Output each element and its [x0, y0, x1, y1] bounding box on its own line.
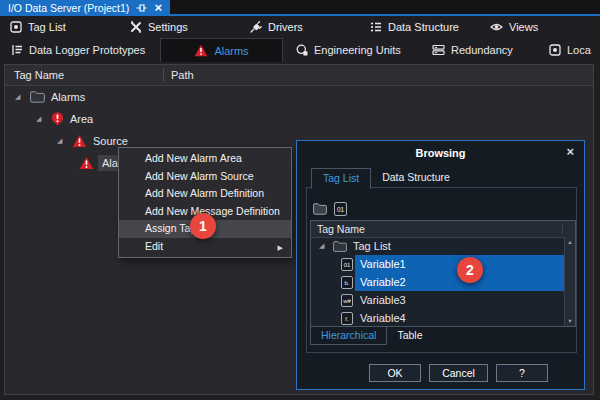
- plug-icon: [250, 21, 262, 33]
- tab-redundancy[interactable]: Redundancy: [425, 38, 540, 62]
- dialog-title: Browsing: [297, 147, 584, 159]
- dialog-tab-data-structure[interactable]: Data Structure: [371, 168, 461, 187]
- expander-icon[interactable]: ◢: [36, 115, 50, 123]
- cancel-button[interactable]: Cancel: [429, 364, 488, 382]
- tab-label: Settings: [148, 21, 188, 33]
- tab-label: Redundancy: [451, 44, 513, 56]
- submenu-arrow-icon: ▶: [278, 239, 283, 257]
- tree-node-label: Source: [93, 135, 128, 147]
- tree-row-alarms[interactable]: ◢ Alarms: [5, 86, 593, 108]
- list-row-variable1[interactable]: 01 Variable1: [311, 255, 564, 273]
- gauge-icon: [296, 44, 308, 56]
- sub-tab-strip: Data Logger Prototypes Alarms Engineerin…: [0, 38, 600, 62]
- expander-icon[interactable]: ◢: [57, 137, 71, 145]
- tab-views[interactable]: Views: [480, 16, 600, 38]
- dialog-list-rows: ◢ Tag List 01 Variable1 b. Variable2 w# …: [311, 237, 564, 326]
- tab-localization[interactable]: Loca: [540, 38, 600, 62]
- tab-label: Data Structure: [388, 21, 459, 33]
- scroll-up-icon[interactable]: ▲: [567, 239, 572, 245]
- menu-item-add-new-alarm-source[interactable]: Add New Alarm Source: [119, 168, 291, 186]
- menu-item-add-new-alarm-definition[interactable]: Add New Alarm Definition: [119, 185, 291, 203]
- vertical-scrollbar[interactable]: ▲ ▼: [564, 237, 575, 326]
- tree-row-area[interactable]: ◢ Area: [5, 108, 593, 130]
- step-badge-2: 2: [457, 257, 483, 283]
- dialog-tag-list: Tag Name ▲ ▼ ◢ Tag List 01 Variable1: [310, 220, 576, 327]
- dialog-list-header[interactable]: Tag Name: [311, 221, 575, 238]
- variable-name: Variable3: [355, 291, 564, 309]
- folder-icon: [30, 91, 45, 103]
- ok-button[interactable]: OK: [369, 364, 421, 382]
- folder-icon[interactable]: [313, 203, 327, 215]
- crossed-tools-icon: [130, 21, 142, 33]
- tab-label: Alarms: [214, 45, 248, 57]
- tree-node-label: Area: [70, 113, 93, 125]
- bulleted-list-icon: [370, 21, 382, 33]
- tab-data-structure[interactable]: Data Structure: [360, 16, 480, 38]
- tree-column-header: Tag Name Path: [5, 65, 593, 86]
- folder-icon: [333, 241, 347, 252]
- tag-type-icon: f.: [341, 312, 353, 325]
- dialog-column-tag-name: Tag Name: [317, 223, 365, 235]
- menu-item-edit[interactable]: Edit ▶: [119, 238, 291, 256]
- context-menu: Add New Alarm Area Add New Alarm Source …: [118, 147, 292, 258]
- tab-engineering-units[interactable]: Engineering Units: [283, 38, 425, 62]
- tag-type-icon: w#: [341, 294, 353, 307]
- dialog-close-icon[interactable]: ×: [566, 144, 574, 159]
- tab-label: Tag List: [28, 21, 66, 33]
- tag-box-icon: [10, 21, 22, 33]
- tab-label: Drivers: [268, 21, 303, 33]
- tag-box-icon: [549, 44, 561, 56]
- view-tab-table[interactable]: Table: [387, 327, 432, 344]
- column-header-tag-name[interactable]: Tag Name: [5, 69, 163, 81]
- browsing-dialog: Browsing × Tag List Data Structure 01 Ta…: [296, 140, 585, 390]
- list-row-tag-list-folder[interactable]: ◢ Tag List: [311, 237, 564, 255]
- menu-item-add-new-alarm-area[interactable]: Add New Alarm Area: [119, 150, 291, 168]
- tag-type-icon: b.: [341, 276, 353, 289]
- warning-triangle-icon: [194, 44, 208, 57]
- document-title: I/O Data Server (Project1): [8, 2, 129, 14]
- dialog-tab-strip: Tag List Data Structure: [311, 168, 461, 189]
- document-tab[interactable]: I/O Data Server (Project1) ×: [0, 0, 170, 16]
- help-button[interactable]: ?: [496, 364, 548, 382]
- list-row-variable3[interactable]: w# Variable3: [311, 291, 564, 309]
- tab-tag-list[interactable]: Tag List: [0, 16, 120, 38]
- tab-alarms-active[interactable]: Alarms: [160, 38, 283, 62]
- tab-settings[interactable]: Settings: [120, 16, 240, 38]
- list-row-variable4[interactable]: f. Variable4: [311, 309, 564, 326]
- expander-icon[interactable]: ◢: [319, 242, 333, 250]
- dialog-button-row: OK Cancel ?: [369, 364, 548, 382]
- tab-label: Views: [509, 21, 538, 33]
- tab-label: Loca: [567, 44, 591, 56]
- eye-icon: [490, 21, 503, 33]
- app-window: I/O Data Server (Project1) × Tag List Se…: [0, 0, 600, 400]
- alarm-triangle-icon: [79, 156, 94, 170]
- dialog-view-tab-strip: Hierarchical Table: [310, 327, 433, 345]
- list-row-variable2[interactable]: b. Variable2: [311, 273, 564, 291]
- tag-type-icon: 01: [341, 258, 353, 271]
- pin-icon[interactable]: [136, 3, 147, 13]
- alarm-area-icon: [51, 112, 64, 126]
- list-node-label: Tag List: [353, 240, 391, 252]
- tab-data-logger-prototypes[interactable]: Data Logger Prototypes: [0, 38, 160, 62]
- dialog-toolbar: 01: [313, 202, 347, 216]
- close-icon[interactable]: ×: [154, 1, 162, 15]
- server-stack-icon: [432, 44, 445, 56]
- tag-type-icon[interactable]: 01: [334, 202, 347, 216]
- column-header-path[interactable]: Path: [164, 69, 194, 81]
- expander-icon[interactable]: ◢: [15, 93, 29, 101]
- scroll-down-icon[interactable]: ▼: [567, 318, 572, 324]
- tab-drivers[interactable]: Drivers: [240, 16, 360, 38]
- variable-name: Variable4: [355, 309, 564, 326]
- menu-item-label: Edit: [145, 240, 163, 252]
- step-badge-1: 1: [190, 213, 216, 239]
- tab-label: Data Logger Prototypes: [29, 44, 145, 56]
- tab-label: Engineering Units: [314, 44, 401, 56]
- list-icon: [11, 44, 23, 56]
- tree-node-label: Alarms: [51, 91, 85, 103]
- title-bar: I/O Data Server (Project1) ×: [0, 0, 600, 16]
- main-tab-strip: Tag List Settings Drivers Data Structure…: [0, 16, 600, 38]
- dialog-tab-tag-list[interactable]: Tag List: [311, 168, 371, 189]
- view-tab-hierarchical[interactable]: Hierarchical: [310, 327, 387, 345]
- column-divider: [562, 223, 563, 234]
- alarm-triangle-icon: [72, 134, 87, 148]
